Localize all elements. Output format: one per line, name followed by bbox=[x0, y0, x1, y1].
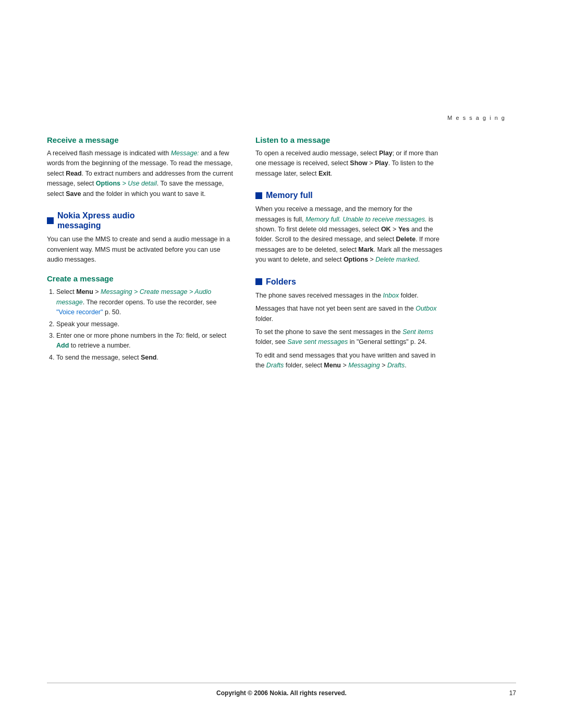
right-column: Listen to a message To open a received a… bbox=[255, 126, 443, 374]
footer-divider bbox=[47, 683, 516, 683]
memory-title: Memory full bbox=[266, 190, 313, 200]
folders-body-2: Messages that have not yet been sent are… bbox=[255, 304, 443, 324]
blue-square-icon bbox=[47, 217, 54, 224]
list-item: Select Menu > Messaging > Create message… bbox=[56, 287, 235, 317]
listen-body: To open a received audio message, select… bbox=[255, 149, 443, 179]
list-item: Speak your message. bbox=[56, 319, 235, 329]
create-list: Select Menu > Messaging > Create message… bbox=[47, 287, 235, 363]
folders-title: Folders bbox=[266, 277, 296, 287]
left-column: Receive a message A received flash messa… bbox=[47, 126, 235, 374]
blue-square-icon bbox=[255, 278, 262, 285]
create-title: Create a message bbox=[47, 274, 235, 283]
header-label: M e s s a g i n g bbox=[447, 115, 506, 121]
folders-body-3: To set the phone to save the sent messag… bbox=[255, 327, 443, 348]
footer: Copyright © 2006 Nokia. All rights reser… bbox=[0, 683, 563, 697]
folders-body-1: The phone saves received messages in the… bbox=[255, 291, 443, 301]
blue-square-icon bbox=[255, 192, 262, 199]
folders-heading: Folders bbox=[255, 277, 443, 287]
receive-title: Receive a message bbox=[47, 135, 235, 144]
list-item: Enter one or more phone numbers in the T… bbox=[56, 331, 235, 351]
page-number: 17 bbox=[509, 689, 516, 697]
listen-title: Listen to a message bbox=[255, 135, 443, 144]
page: M e s s a g i n g Receive a message A re… bbox=[0, 0, 563, 728]
receive-body: A received flash message is indicated wi… bbox=[47, 149, 235, 199]
content-area: Receive a message A received flash messa… bbox=[0, 126, 563, 374]
copyright: Copyright © 2006 Nokia. All rights reser… bbox=[216, 689, 347, 697]
nokia-title: Nokia Xpress audio messaging bbox=[57, 211, 135, 230]
list-item: To send the message, select Send. bbox=[56, 353, 235, 363]
memory-body: When you receive a message, and the memo… bbox=[255, 204, 443, 265]
memory-full-heading: Memory full bbox=[255, 190, 443, 200]
folders-body-4: To edit and send messages that you have … bbox=[255, 351, 443, 371]
nokia-body: You can use the MMS to create and send a… bbox=[47, 235, 235, 265]
nokia-xpress-heading: Nokia Xpress audio messaging bbox=[47, 211, 235, 230]
section-label: M e s s a g i n g bbox=[0, 0, 563, 126]
